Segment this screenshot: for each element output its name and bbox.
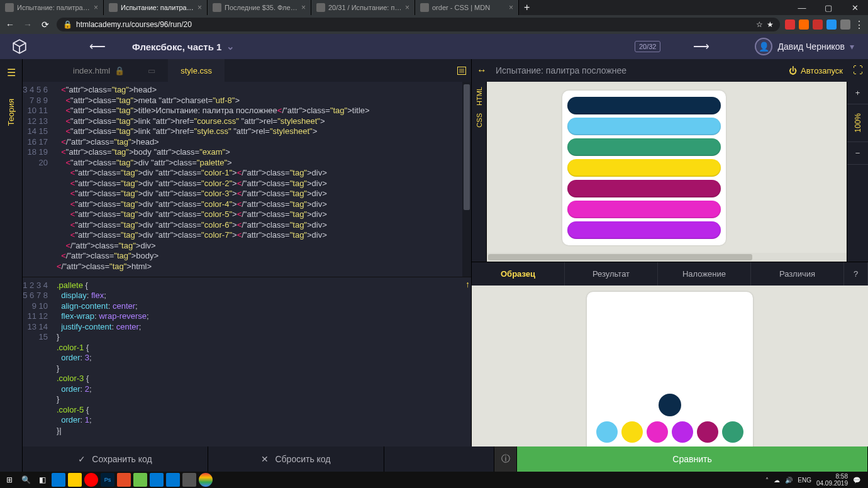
- palette-widget: [562, 91, 726, 245]
- browser-tab[interactable]: Последние $35. Флексбокс, час×: [208, 0, 311, 15]
- extension-icon[interactable]: [826, 19, 837, 30]
- zoom-in-button[interactable]: +: [847, 82, 868, 104]
- tab-overlay[interactable]: Наложение: [658, 262, 751, 286]
- file-tab-css[interactable]: style.css: [168, 59, 225, 82]
- yandex-icon[interactable]: [84, 473, 98, 487]
- start-button[interactable]: ⊞: [3, 473, 16, 487]
- sample-dot: [697, 421, 718, 443]
- expand-icon[interactable]: ⛶: [848, 65, 868, 76]
- tray-cloud-icon[interactable]: ☁: [774, 477, 780, 484]
- extension-icon[interactable]: [840, 19, 850, 30]
- sample-dot: [672, 421, 693, 443]
- tab-sample[interactable]: Образец: [472, 262, 565, 286]
- back-button[interactable]: ←: [4, 19, 16, 30]
- avatar: 👤: [755, 38, 772, 55]
- line-gutter: 1 2 3 4 5 6 7 8 9 10 11 12 13 14 15: [23, 277, 53, 472]
- css-editor[interactable]: ↑ 1 2 3 4 5 6 7 8 9 10 11 12 13 14 15 .p…: [23, 277, 471, 472]
- vertical-scrollbar[interactable]: [462, 82, 471, 277]
- reset-button[interactable]: ✕Сбросить код: [208, 446, 384, 472]
- lock-icon: 🔒: [63, 20, 72, 29]
- bookmark-star-icon[interactable]: ☆: [756, 20, 763, 29]
- app-icon[interactable]: [182, 473, 196, 487]
- tab-help[interactable]: ?: [844, 262, 868, 286]
- extension-icon[interactable]: [785, 19, 795, 30]
- browser-tab[interactable]: 20/31 / Испытание: палитра по×: [311, 0, 415, 15]
- course-title: Флексбокс, часть 1: [132, 42, 221, 52]
- notifications-icon[interactable]: 💬: [853, 477, 860, 484]
- close-icon[interactable]: ×: [94, 3, 98, 12]
- minimize-button[interactable]: —: [789, 3, 815, 13]
- new-tab-button[interactable]: +: [519, 2, 535, 13]
- save-button[interactable]: ✓Сохранить код: [23, 446, 208, 472]
- explorer-icon[interactable]: [68, 473, 82, 487]
- tab-diff[interactable]: Различия: [751, 262, 844, 286]
- extension-icon[interactable]: [799, 19, 809, 30]
- address-bar: ← → ⟳ 🔒 htmlacademy.ru/courses/96/run/20…: [0, 15, 868, 34]
- prev-step-button[interactable]: ⟵: [69, 40, 126, 53]
- url-input[interactable]: 🔒 htmlacademy.ru/courses/96/run/20 ☆ ★: [57, 18, 780, 31]
- search-icon[interactable]: 🔍: [19, 473, 33, 487]
- browser-tab[interactable]: order - CSS | MDN×: [415, 0, 519, 15]
- star-full-icon[interactable]: ★: [767, 20, 774, 29]
- tray-chevron-icon[interactable]: ˄: [765, 477, 769, 484]
- close-icon[interactable]: ×: [509, 3, 513, 12]
- browser-tab[interactable]: Испытание: палитра посложнее×: [0, 0, 104, 15]
- play-icon: ⏻: [789, 66, 797, 75]
- reload-button[interactable]: ⟳: [39, 19, 52, 30]
- tab-result[interactable]: Результат: [565, 262, 658, 286]
- cross-icon: ✕: [261, 454, 269, 464]
- preview-render[interactable]: [487, 82, 847, 262]
- file-tabs: index.html🔒 ▭ style.css: [23, 59, 471, 82]
- zoom-controls: + 100% −: [847, 82, 868, 262]
- close-icon[interactable]: ×: [301, 3, 306, 12]
- theory-sidebar[interactable]: ☰ Теория: [0, 59, 23, 472]
- menu-icon[interactable]: ⋮: [854, 19, 864, 31]
- css-code[interactable]: .pallete { display: flex; align-content:…: [53, 277, 153, 472]
- course-header: ⟵ Флексбокс, часть 1 ⌄ 20/32 ⟶ 👤 Давид Ч…: [0, 34, 868, 59]
- menu-icon[interactable]: ☰: [0, 59, 22, 86]
- close-window-button[interactable]: ✕: [842, 3, 868, 13]
- extension-icon[interactable]: [813, 19, 823, 30]
- close-icon[interactable]: ×: [198, 3, 202, 12]
- palette-bar: [567, 221, 721, 239]
- maximize-button[interactable]: ▢: [815, 3, 842, 13]
- palette-bar: [567, 159, 721, 177]
- next-step-button[interactable]: ⟶: [673, 40, 730, 53]
- user-menu[interactable]: 👤 Давид Черников ▾: [755, 38, 868, 55]
- tray-language[interactable]: ENG: [798, 477, 811, 484]
- file-tab-html[interactable]: index.html🔒 ▭: [60, 59, 168, 82]
- editor-column: index.html🔒 ▭ style.css 3 4 5 6 7 8 9 10…: [23, 59, 472, 472]
- app-icon[interactable]: [150, 473, 164, 487]
- compare-button[interactable]: Сравнить: [517, 446, 868, 472]
- chevron-down-icon[interactable]: ⌄: [226, 41, 235, 52]
- check-icon: ✓: [78, 454, 86, 464]
- logo[interactable]: [0, 38, 69, 55]
- autorun-toggle[interactable]: ⏻ Автозапуск: [789, 66, 848, 75]
- split-icon[interactable]: ↔: [472, 65, 492, 76]
- chevron-down-icon: ▾: [850, 42, 854, 52]
- taskview-icon[interactable]: ◧: [35, 473, 49, 487]
- app-icon[interactable]: [133, 473, 147, 487]
- sublime-icon[interactable]: [117, 473, 131, 487]
- chrome-icon[interactable]: [199, 473, 213, 487]
- collapse-arrow-icon[interactable]: ↑: [465, 279, 470, 290]
- tray-volume-icon[interactable]: 🔊: [785, 477, 793, 484]
- mail-icon[interactable]: [166, 473, 180, 487]
- info-button[interactable]: ⓘ: [494, 446, 517, 472]
- sample-dot: [659, 394, 681, 416]
- close-icon[interactable]: ×: [405, 3, 409, 12]
- photoshop-icon[interactable]: Ps: [101, 473, 114, 487]
- step-counter[interactable]: 20/32: [635, 41, 661, 52]
- layout-icon[interactable]: [457, 67, 466, 75]
- zoom-value: 100%: [854, 113, 862, 133]
- edge-icon[interactable]: [52, 473, 65, 487]
- zoom-out-button[interactable]: −: [847, 142, 868, 165]
- html-preview-sidebar[interactable]: HTMLCSS: [472, 82, 487, 262]
- horizontal-scrollbar[interactable]: [487, 253, 847, 262]
- forward-button[interactable]: →: [21, 19, 34, 30]
- clock[interactable]: 8:58 04.09.2019: [816, 473, 848, 487]
- browser-tabs: Испытание: палитра посложнее× Испытание:…: [0, 0, 868, 15]
- browser-tab[interactable]: Испытание: палитра посложнее×: [104, 0, 208, 15]
- sample-dot: [596, 421, 618, 443]
- windows-taskbar: ⊞ 🔍 ◧ Ps ˄ ☁ 🔊 ENG 8:58 04.09.2019 💬: [0, 472, 868, 488]
